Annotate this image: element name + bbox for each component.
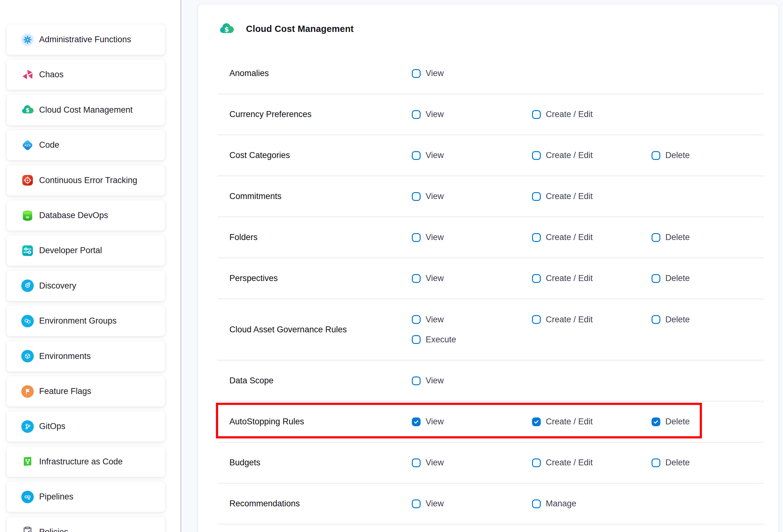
sidebar-item[interactable]: GitOps [7,411,165,442]
permission-label: Manage [546,499,576,508]
sidebar-item-label: Administrative Functions [39,35,131,44]
policies-icon [21,526,34,532]
table-row: Perspectives View Create / Edit Delete [218,258,763,299]
permission-label: Create / Edit [546,191,593,201]
sidebar-item[interactable]: Discovery [7,271,165,301]
permission-checkbox[interactable] [532,110,541,119]
permission-option[interactable]: View [412,227,532,248]
sidebar-item-label: Database DevOps [39,211,108,220]
permission-option[interactable]: Create / Edit [532,227,652,248]
permission-option[interactable]: Create / Edit [532,453,652,473]
permission-checkbox[interactable] [652,417,660,426]
permission-checkbox[interactable] [532,417,541,426]
permission-checkbox[interactable] [532,192,541,201]
sidebar-item[interactable]: </> Code [7,130,165,160]
permission-option[interactable]: Create / Edit [532,146,652,165]
permission-option[interactable]: View [412,494,532,514]
permission-option[interactable]: View [412,187,532,207]
permission-label: View [426,499,444,508]
infrastructure-as-code-icon [21,455,34,468]
permission-label: Delete [665,232,690,242]
permission-option[interactable]: Delete [652,227,763,248]
sidebar-item[interactable]: Infrastructure as Code [7,446,165,477]
permission-option[interactable]: Delete [652,412,763,432]
permission-label: View [426,376,444,385]
permission-checkbox[interactable] [652,459,660,467]
environment-groups-icon [21,315,34,327]
code-icon: </> [21,139,34,152]
permission-checkbox[interactable] [412,110,420,119]
permission-checkbox[interactable] [412,459,420,467]
permission-label: View [426,151,444,160]
sidebar-item[interactable]: Continuous Error Tracking [7,165,165,196]
cloud-dollar-icon: $ [219,23,234,35]
permission-option[interactable]: Delete [652,310,763,330]
permission-checkbox[interactable] [412,499,420,508]
error-tracking-icon [21,174,34,187]
table-row: Cloud Asset Governance Rules View Create… [218,299,763,361]
sidebar-divider [181,0,181,532]
sidebar-item-label: Environment Groups [39,316,117,326]
permission-label: View [426,232,444,242]
permission-option[interactable]: Manage [532,494,652,514]
permission-option[interactable]: View [412,412,532,432]
permission-option[interactable]: Create / Edit [532,269,652,288]
permission-label: Delete [665,417,690,427]
permission-checkbox[interactable] [532,499,541,508]
permission-checkbox[interactable] [652,233,660,242]
permission-checkbox[interactable] [412,233,420,242]
permission-option[interactable]: Create / Edit [532,187,652,207]
permission-option[interactable]: View [412,269,532,288]
permission-checkbox[interactable] [412,417,420,426]
permission-option[interactable]: View [412,146,532,165]
permission-option[interactable]: Execute [412,330,532,349]
permission-checkbox[interactable] [532,233,541,242]
sidebar-item[interactable]: Pipelines [7,481,165,512]
sidebar-item[interactable]: Chaos [7,59,165,90]
permission-checkbox[interactable] [412,69,420,78]
permission-option[interactable]: Create / Edit [532,310,652,330]
permission-option[interactable]: View [412,453,532,473]
permission-option[interactable]: Create / Edit [532,104,652,125]
table-row: Recommendations View Manage [218,483,763,525]
permission-checkbox[interactable] [412,151,420,160]
permission-checkbox[interactable] [652,151,660,160]
row-label: Anomalies [218,68,412,78]
permission-checkbox[interactable] [652,315,660,324]
permission-checkbox[interactable] [412,192,420,201]
permission-checkbox[interactable] [532,274,541,283]
sidebar-item[interactable]: Administrative Functions [7,24,165,55]
row-label: AutoStopping Rules [218,417,412,427]
permission-option[interactable]: View [412,64,532,84]
permission-option[interactable]: Delete [652,146,763,165]
sidebar-item[interactable]: Developer Portal [7,235,165,266]
sidebar-item[interactable]: ∞ Database DevOps [7,200,165,231]
permission-option[interactable]: View [412,371,532,391]
sidebar-item[interactable]: Environment Groups [7,306,165,336]
permission-option[interactable]: Create / Edit [532,412,652,432]
permission-checkbox[interactable] [412,376,420,385]
row-label: Folders [218,232,412,242]
sidebar-item[interactable]: Environments [7,341,165,372]
permission-option[interactable]: Delete [652,269,763,288]
sidebar-item[interactable]: Feature Flags [7,376,165,407]
permission-option[interactable]: View [412,310,532,330]
row-label: Perspectives [218,274,412,283]
permission-checkbox[interactable] [412,274,420,283]
cloud-dollar-icon: $ [21,103,34,116]
permission-option[interactable]: Delete [652,453,763,473]
row-label: Data Scope [218,376,412,385]
permission-checkbox[interactable] [412,315,420,324]
permission-option[interactable]: View [412,104,532,125]
module-header: $ Cloud Cost Management [198,4,778,53]
permission-checkbox[interactable] [652,274,660,283]
permission-label: Execute [426,335,456,345]
sidebar-item[interactable]: Policies [7,517,165,532]
permission-checkbox[interactable] [532,151,541,160]
permission-label: Delete [665,315,690,324]
permission-checkbox[interactable] [532,315,541,324]
gitops-icon [21,420,34,433]
permission-checkbox[interactable] [532,459,541,467]
permission-checkbox[interactable] [412,335,420,344]
sidebar-item[interactable]: $ Cloud Cost Management [7,95,165,125]
